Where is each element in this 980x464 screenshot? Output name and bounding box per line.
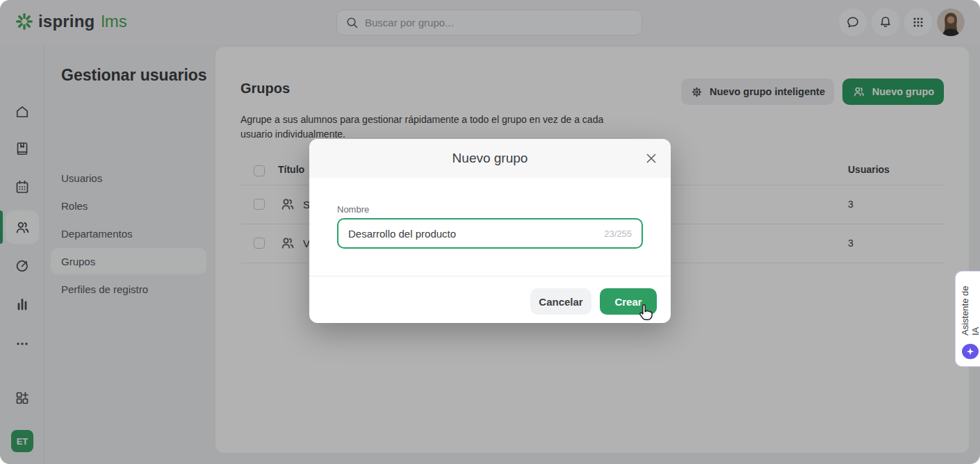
close-icon xyxy=(645,152,658,165)
pointer-cursor-icon xyxy=(637,303,655,322)
ai-assistant-tab[interactable]: Asistente de IA xyxy=(955,271,980,367)
new-group-modal: Nuevo grupo Nombre 23/255 Cancelar Crear xyxy=(309,139,671,323)
app-window: ispring lms xyxy=(0,0,980,464)
name-field: 23/255 xyxy=(337,218,643,249)
name-input[interactable] xyxy=(348,228,598,240)
char-counter: 23/255 xyxy=(604,229,632,239)
modal-header: Nuevo grupo xyxy=(309,139,671,178)
cancel-button[interactable]: Cancelar xyxy=(530,288,591,315)
ai-assistant-label: Asistente de IA xyxy=(960,280,980,335)
name-field-label: Nombre xyxy=(337,204,369,215)
modal-title: Nuevo grupo xyxy=(309,139,671,178)
close-button[interactable] xyxy=(643,150,660,167)
divider xyxy=(309,276,671,276)
ai-sparkle-icon xyxy=(962,344,979,359)
